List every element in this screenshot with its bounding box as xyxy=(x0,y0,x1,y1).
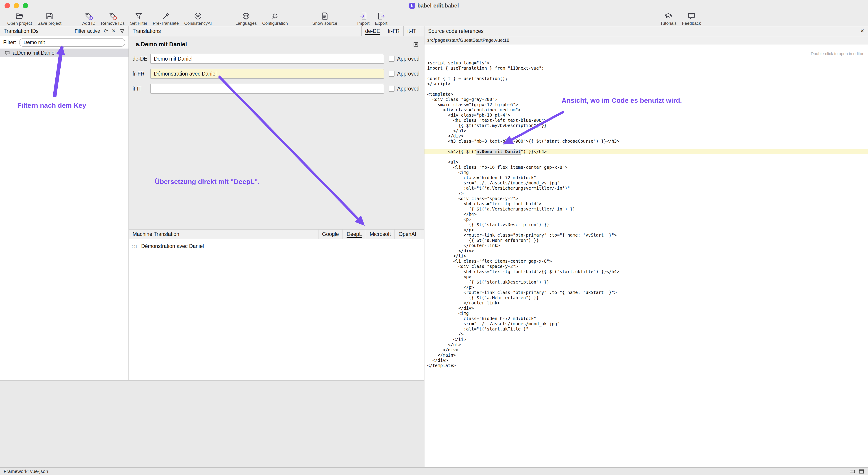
code-line: </li> xyxy=(425,337,868,342)
save-project-button[interactable]: Save project xyxy=(35,11,64,26)
mt-tab-microsoft[interactable]: Microsoft xyxy=(366,230,395,239)
code-line: src="../../assets/images/mood_vv.jpg" xyxy=(425,180,868,185)
mt-suggestion-text: Démonstration avec Daniel xyxy=(141,243,204,249)
feedback-icon xyxy=(687,12,696,21)
approved-checkbox-it-it[interactable] xyxy=(389,86,395,92)
comment-note-icon[interactable] xyxy=(413,42,418,47)
source-code-header: Source code references ✕ xyxy=(425,26,868,36)
translation-id-list: a.Demo mit Daniel xyxy=(0,48,128,380)
machine-translation-title: Machine Translation xyxy=(132,231,179,237)
code-line: {{ $t("start.vvDescription") }} xyxy=(425,222,868,227)
remove-ids-button[interactable]: Remove IDs xyxy=(98,11,128,26)
code-line: </ul> xyxy=(425,342,868,347)
language-tabs: de-DEfr-FRit-IT xyxy=(361,26,421,36)
toolbar-button-label: Export xyxy=(375,21,388,26)
translation-key-title: a.Demo mit Daniel xyxy=(136,41,187,48)
code-line: src="../../assets/images/mood_uk.jpg" xyxy=(425,321,868,327)
approved-checkbox-fr-fr[interactable] xyxy=(389,71,395,77)
add-id-button[interactable]: Add ID xyxy=(80,11,98,26)
babeledit-window: b babel-edit.babel Open projectSave proj… xyxy=(0,0,868,475)
pre-translate-button[interactable]: Pre-Translate xyxy=(150,11,181,26)
show-source-button[interactable]: Show source xyxy=(310,11,340,26)
open-project-icon xyxy=(15,12,24,21)
feedback-button[interactable]: Feedback xyxy=(679,11,704,26)
set-filter-icon xyxy=(134,12,143,21)
close-window-button[interactable] xyxy=(4,3,10,8)
close-panel-icon[interactable]: ✕ xyxy=(860,29,864,34)
set-filter-button[interactable]: Set Filter xyxy=(127,11,150,26)
filter-menu-icon[interactable] xyxy=(119,28,125,34)
languages-button[interactable]: Languages xyxy=(232,11,259,26)
tutorials-button[interactable]: Tutorials xyxy=(657,11,679,26)
translation-input-de-de[interactable] xyxy=(150,54,384,64)
code-line: <div class="space-y-2"> xyxy=(425,196,868,201)
approved-checkbox-de-de[interactable] xyxy=(389,56,395,62)
code-line: :alt="t('start.ukTitle')" xyxy=(425,327,868,332)
code-line: </router-link> xyxy=(425,243,868,248)
code-line: </template> xyxy=(425,363,868,368)
code-line: <li class="flex items-center gap-x-8"> xyxy=(425,259,868,264)
machine-translation-content: ⌘1 Démonstration avec Daniel xyxy=(129,239,424,380)
remove-ids-icon xyxy=(108,12,117,21)
status-bar: Framework: vue-json xyxy=(0,467,868,475)
code-line: </div> xyxy=(425,133,868,139)
minimize-window-button[interactable] xyxy=(13,3,19,8)
source-code-panel: Source code references ✕ src/pages/start… xyxy=(424,26,868,467)
code-line: <p> xyxy=(425,217,868,222)
configuration-button[interactable]: Configuration xyxy=(259,11,290,26)
traffic-lights xyxy=(4,0,28,11)
translation-id-item[interactable]: a.Demo mit Daniel xyxy=(0,48,128,57)
console-window-icon[interactable] xyxy=(859,468,864,474)
consistencyai-button[interactable]: ConsistencyAI xyxy=(181,11,214,26)
consistency-ai-icon xyxy=(194,12,202,21)
highlighted-translation-key[interactable]: a.Demo mit Daniel xyxy=(476,149,521,155)
window-title: babel-edit.babel xyxy=(417,2,459,9)
code-line: </div> xyxy=(425,248,868,253)
code-line: class="hidden h-72 md:block" xyxy=(425,175,868,180)
mt-tab-deepl[interactable]: DeepL xyxy=(343,230,366,239)
file-reference[interactable]: src/pages/start/GuestStartPage.vue:18 xyxy=(425,36,868,44)
mt-tab-openai[interactable]: OpenAI xyxy=(395,230,421,239)
translation-input-it-it[interactable] xyxy=(150,84,384,94)
translations-content: a.Demo mit Daniel de-DEApprovedfr-FRAppr… xyxy=(129,36,424,229)
language-tab-it-it[interactable]: it-IT xyxy=(403,26,421,36)
keyboard-icon[interactable] xyxy=(849,468,855,474)
toolbar-button-label: Feedback xyxy=(682,21,701,26)
code-line: const { t } = useTranslation(); xyxy=(425,76,868,81)
language-tab-de-de[interactable]: de-DE xyxy=(361,26,383,36)
mt-suggestion-row[interactable]: ⌘1 Démonstration avec Daniel xyxy=(129,242,424,251)
toolbar-button-label: Import xyxy=(357,21,370,26)
code-line: <router-link class="btn-primary" :to="{ … xyxy=(425,290,868,295)
translations-title: Translations xyxy=(132,28,161,34)
code-line: {{ $t("a.Versicherungsvermittler/-in") }… xyxy=(425,206,868,212)
clear-filter-icon[interactable]: ✕ xyxy=(112,29,116,34)
code-line: </p> xyxy=(425,227,868,233)
code-line: </p> xyxy=(425,285,868,290)
code-line: <h3 class="mb-8 text-blue-900">{{ $t("st… xyxy=(425,139,868,144)
language-tab-fr-fr[interactable]: fr-FR xyxy=(383,26,403,36)
code-line: <template> xyxy=(425,92,868,97)
mt-tab-google[interactable]: Google xyxy=(318,230,343,239)
code-line: </li> xyxy=(425,253,868,259)
translation-ids-panel: Translation IDs Filter active ⟳ ✕ Filter… xyxy=(0,26,129,380)
export-button[interactable]: Export xyxy=(372,11,390,26)
code-line: <router-link class="btn-primary" :to="{ … xyxy=(425,233,868,238)
code-line: </router-link> xyxy=(425,300,868,306)
code-line: {{ $t("a.Mehr erfahren") }} xyxy=(425,238,868,243)
refresh-filter-icon[interactable]: ⟳ xyxy=(104,29,108,34)
code-line: </script> xyxy=(425,81,868,87)
zoom-window-button[interactable] xyxy=(23,3,28,8)
toolbar-button-label: Save project xyxy=(37,21,62,26)
filter-input[interactable] xyxy=(19,38,126,47)
code-line: /> xyxy=(425,332,868,337)
translation-input-fr-fr[interactable] xyxy=(150,69,384,79)
tutorials-icon xyxy=(664,12,673,21)
source-code-view[interactable]: <script setup lang="ts">import { useTran… xyxy=(425,58,868,467)
approved-label: Approved xyxy=(397,86,420,92)
code-line: {{ $t("start.myvbvDescription") }} xyxy=(425,123,868,128)
translation-row-it-it: it-ITApproved xyxy=(132,84,420,94)
code-line: class="hidden h-72 md:block" xyxy=(425,316,868,321)
titlebar: b babel-edit.babel xyxy=(0,0,868,11)
open-project-button[interactable]: Open project xyxy=(4,11,35,26)
import-button[interactable]: Import xyxy=(354,11,372,26)
